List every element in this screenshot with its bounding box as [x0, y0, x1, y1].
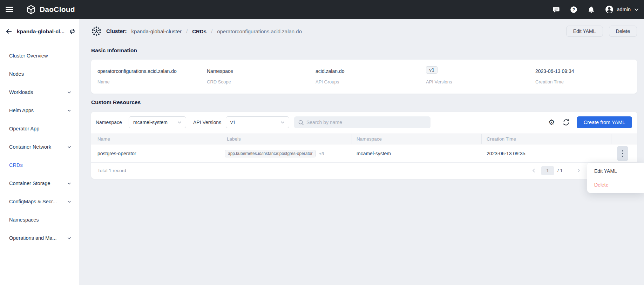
custom-resources-title: Custom Resources	[91, 99, 141, 106]
cluster-name: kpanda-global-cl...	[17, 28, 65, 35]
delete-button[interactable]: Delete	[609, 26, 637, 37]
context-menu-delete[interactable]: Delete	[587, 178, 644, 191]
daocloud-cube-icon	[26, 5, 36, 15]
chevron-down-icon	[67, 182, 71, 185]
chevron-down-icon	[67, 200, 71, 204]
pagination-next-icon[interactable]	[576, 168, 581, 173]
labels-cell: app.kubernetes.io/instance:postgres-oper…	[225, 144, 324, 163]
breadcrumb-crds[interactable]: CRDs	[192, 28, 206, 34]
chevron-down-icon	[67, 145, 71, 149]
basic-info-title: Basic Information	[91, 47, 137, 54]
custom-resources-card: Namespace mcamel-system API Versions v1 …	[91, 112, 637, 179]
context-menu-edit-yaml[interactable]: Edit YAML	[587, 164, 644, 178]
avatar-icon	[605, 5, 614, 14]
chevron-down-icon	[67, 109, 71, 113]
chevron-down-icon	[634, 7, 639, 12]
search-input[interactable]	[306, 120, 427, 125]
back-arrow-icon[interactable]	[6, 28, 12, 35]
chevron-down-icon	[177, 120, 182, 124]
breadcrumb-separator: /	[211, 28, 212, 34]
create-from-yaml-button[interactable]: Create from YAML	[577, 116, 632, 128]
resource-name: postgres-operator	[97, 144, 136, 163]
namespace-select[interactable]: mcamel-system	[129, 116, 186, 128]
resource-namespace: mcamel-system	[357, 144, 391, 163]
search-icon	[298, 120, 304, 125]
menu-toggle-icon[interactable]	[6, 7, 13, 12]
chevron-down-icon	[67, 236, 71, 240]
sidebar: kpanda-global-cl... Cluster Overview Nod…	[0, 19, 79, 285]
user-menu[interactable]: admin	[605, 5, 639, 14]
resource-creation-time: 2023-06-13 09:35	[487, 144, 526, 163]
header-actions: Edit YAML Delete	[566, 26, 637, 37]
total-records: Total 1 record	[97, 163, 126, 179]
basic-info-card: operatorconfigurations.acid.zalan.do Nam…	[91, 60, 637, 94]
help-icon[interactable]: ?	[570, 6, 578, 14]
sidebar-item-helm-apps[interactable]: Helm Apps	[0, 101, 79, 120]
api-version-tag: v1	[426, 66, 438, 74]
username: admin	[617, 7, 631, 12]
sidebar-item-workloads[interactable]: Workloads	[0, 83, 79, 101]
chevron-down-icon	[67, 90, 71, 94]
api-versions-filter-label: API Versions	[193, 116, 221, 128]
namespace-filter-label: Namespace	[96, 116, 122, 128]
gear-icon[interactable]: ⚙	[548, 116, 555, 128]
sidebar-item-cluster-overview[interactable]: Cluster Overview	[0, 47, 79, 65]
breadcrumb-prefix: Cluster:	[106, 28, 127, 34]
breadcrumb-current: operatorconfigurations.acid.zalan.do	[217, 28, 302, 34]
brand-name: DaoCloud	[40, 5, 75, 14]
edit-yaml-button[interactable]: Edit YAML	[566, 26, 603, 37]
sidebar-item-operations[interactable]: Operations and Ma...	[0, 229, 79, 247]
table-footer: Total 1 record 1 / 1	[91, 163, 637, 179]
sidebar-item-operator-app[interactable]: Operator App	[0, 120, 79, 138]
row-actions-icon[interactable]	[617, 146, 628, 161]
messages-icon[interactable]	[552, 6, 560, 14]
table-header: Name Labels Namespace Creation Time	[91, 134, 637, 144]
search-box	[294, 116, 431, 128]
sidebar-item-container-storage[interactable]: Container Storage	[0, 174, 79, 192]
refresh-icon[interactable]	[562, 118, 570, 127]
notifications-bell-icon[interactable]	[587, 6, 595, 14]
sidebar-menu: Cluster Overview Nodes Workloads Helm Ap…	[0, 44, 79, 247]
top-navbar: DaoCloud ?	[0, 0, 644, 19]
sidebar-item-namespaces[interactable]: Namespaces	[0, 211, 79, 229]
svg-text:?: ?	[572, 7, 575, 12]
switch-cluster-icon[interactable]	[69, 28, 76, 35]
more-labels-badge: +3	[319, 151, 324, 156]
row-context-menu: Edit YAML Delete	[587, 163, 644, 193]
brand-logo[interactable]: DaoCloud	[26, 5, 75, 15]
breadcrumb-cluster[interactable]: kpanda-global-cluster	[131, 28, 182, 34]
sidebar-item-container-network[interactable]: Container Network	[0, 138, 79, 156]
page-header: Cluster: kpanda-global-cluster / CRDs / …	[91, 26, 637, 37]
page-number-input[interactable]: 1	[541, 166, 554, 175]
cluster-dots-icon	[91, 26, 102, 36]
pagination-prev-icon[interactable]	[531, 168, 536, 173]
sidebar-cluster-header: kpanda-global-cl...	[0, 19, 79, 44]
api-versions-select[interactable]: v1	[226, 116, 289, 128]
chevron-down-icon	[280, 120, 285, 124]
main-content: Cluster: kpanda-global-cluster / CRDs / …	[79, 19, 644, 285]
sidebar-item-nodes[interactable]: Nodes	[0, 65, 79, 83]
breadcrumb-separator: /	[186, 28, 188, 34]
sidebar-item-crds[interactable]: CRDs	[0, 156, 79, 174]
page-total: / 1	[557, 163, 563, 179]
table-row[interactable]: postgres-operator app.kubernetes.io/inst…	[91, 144, 637, 163]
sidebar-item-configmaps-secrets[interactable]: ConfigMaps & Secr...	[0, 192, 79, 211]
label-tag: app.kubernetes.io/instance:postgres-oper…	[225, 150, 316, 157]
